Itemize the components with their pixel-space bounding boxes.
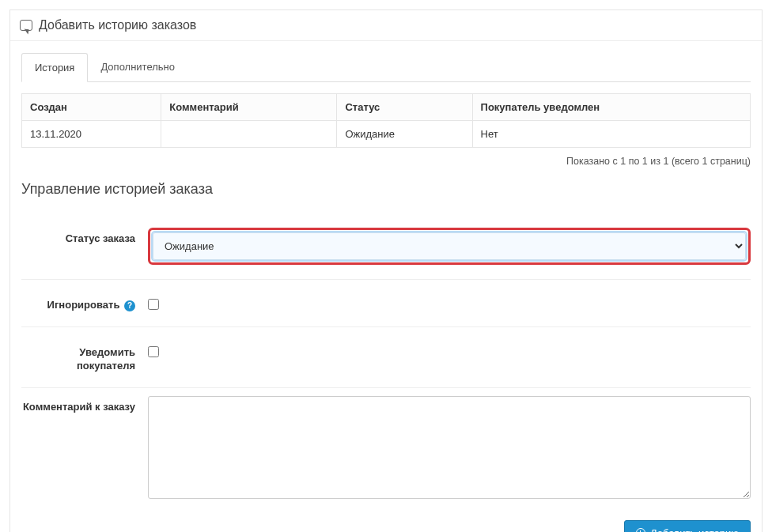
table-header-row: Создан Комментарий Статус Покупатель уве… (22, 94, 751, 121)
col-created: Создан (22, 94, 161, 121)
label-ignore: Игнорировать ? (21, 294, 148, 312)
col-status: Статус (337, 94, 472, 121)
row-comment: Комментарий к заказу (21, 388, 751, 509)
row-status: Статус заказа Ожидание (21, 213, 751, 280)
add-history-button[interactable]: Добавить историю (624, 520, 751, 532)
col-comment: Комментарий (161, 94, 337, 121)
cell-comment (161, 121, 337, 148)
panel-title: Добавить историю заказов (39, 18, 196, 32)
row-notify: Уведомить покупателя (21, 327, 751, 388)
status-highlight: Ожидание (148, 228, 751, 265)
add-history-label: Добавить историю (650, 527, 739, 532)
button-row: Добавить историю (21, 520, 751, 532)
help-icon[interactable]: ? (124, 300, 135, 311)
table-row: 13.11.2020 Ожидание Нет (22, 121, 751, 148)
tabs: История Дополнительно (21, 52, 751, 82)
label-ignore-text: Игнорировать (47, 299, 120, 311)
plus-circle-icon (636, 528, 645, 532)
cell-created: 13.11.2020 (22, 121, 161, 148)
order-status-select[interactable]: Ожидание (153, 232, 746, 260)
cell-notified: Нет (472, 121, 750, 148)
comment-icon (20, 20, 32, 31)
label-comment: Комментарий к заказу (21, 396, 148, 414)
tab-additional[interactable]: Дополнительно (88, 53, 187, 82)
cell-status: Ожидание (337, 121, 472, 148)
panel-body: История Дополнительно Создан Комментарий… (10, 41, 762, 532)
order-comment-textarea[interactable] (148, 396, 751, 499)
order-history-panel: Добавить историю заказов История Дополни… (9, 9, 763, 532)
section-title: Управление историей заказа (21, 181, 751, 198)
history-table: Создан Комментарий Статус Покупатель уве… (21, 93, 751, 148)
col-notified: Покупатель уведомлен (472, 94, 750, 121)
pagination-info: Показано с 1 по 1 из 1 (всего 1 страниц) (21, 156, 751, 167)
panel-heading: Добавить историю заказов (10, 10, 762, 41)
ignore-checkbox[interactable] (148, 299, 159, 310)
tab-history[interactable]: История (21, 53, 88, 82)
notify-checkbox[interactable] (148, 346, 159, 357)
label-notify: Уведомить покупателя (21, 341, 148, 373)
label-status: Статус заказа (21, 228, 148, 246)
row-ignore: Игнорировать ? (21, 280, 751, 327)
